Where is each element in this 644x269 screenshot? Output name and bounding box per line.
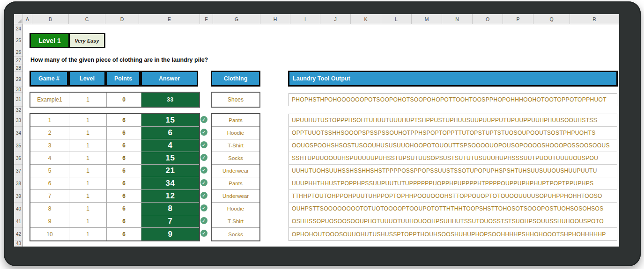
column-header-F[interactable]: F — [200, 14, 213, 24]
select-all-corner[interactable] — [14, 14, 23, 24]
row-header-27[interactable]: 27 — [14, 57, 22, 65]
output-cell[interactable]: OPHOHOUTOOOSOUUOHUTUSHUSSPTOPPTHOUHSOOSH… — [289, 228, 617, 240]
column-header-P[interactable]: P — [503, 14, 533, 24]
output-cell[interactable]: SSHTUPUUOOUUHSPUUUUUPUHSSTUPSUTUUSOPSUST… — [289, 152, 617, 165]
points-cell[interactable]: 6 — [107, 114, 141, 126]
level-cell[interactable]: 1 — [69, 228, 107, 240]
column-header-O[interactable]: O — [473, 14, 503, 24]
points-cell[interactable]: 6 — [107, 203, 141, 215]
row-header-43[interactable]: 43 — [14, 240, 22, 247]
level-cell[interactable]: 1 — [69, 190, 107, 202]
row-header-38[interactable]: 38 — [14, 177, 22, 190]
game-number-cell[interactable]: 3 — [30, 139, 69, 152]
row-header-35[interactable]: 35 — [14, 139, 22, 152]
column-header-B[interactable]: B — [32, 14, 69, 24]
points-cell[interactable]: 6 — [107, 139, 141, 152]
level-cell[interactable]: 1 — [69, 114, 107, 126]
column-header-N[interactable]: N — [442, 14, 473, 24]
game-number-cell[interactable]: 1 — [30, 114, 69, 126]
answer-cell[interactable]: 15 — [141, 114, 199, 126]
game-number-cell[interactable]: 4 — [30, 152, 69, 164]
column-header-I[interactable]: I — [290, 14, 320, 24]
row-header-39[interactable]: 39 — [14, 190, 22, 203]
points-cell[interactable]: 6 — [107, 215, 141, 227]
row-header-37[interactable]: 37 — [14, 165, 22, 177]
example-level-cell[interactable]: 1 — [69, 93, 107, 107]
clothing-cell[interactable]: Pants — [212, 114, 259, 127]
level-cell[interactable]: 1 — [69, 139, 107, 152]
level-cell[interactable]: 1 — [69, 215, 107, 227]
column-header-R[interactable]: R — [570, 14, 619, 24]
answer-cell[interactable]: 8 — [141, 203, 199, 215]
level-badge-label[interactable]: Level 1 — [31, 34, 68, 47]
column-header-L[interactable]: L — [381, 14, 412, 24]
row-header-34[interactable]: 34 — [14, 127, 22, 139]
points-cell[interactable]: 6 — [107, 228, 141, 240]
clothing-cell[interactable]: T-Shirt — [212, 139, 259, 152]
header-level[interactable]: Level — [68, 71, 106, 87]
answer-cell[interactable]: 12 — [141, 190, 199, 202]
row-header-26[interactable]: 26 — [14, 48, 22, 57]
header-laundry-output[interactable]: Laundry Tool Output — [288, 71, 618, 87]
question-text[interactable]: How many of the given piece of clothing … — [30, 57, 208, 63]
header-answer[interactable]: Answer — [141, 71, 198, 87]
row-header-41[interactable]: 41 — [14, 215, 22, 228]
level-cell[interactable]: 1 — [69, 203, 107, 215]
answer-cell[interactable]: 34 — [141, 177, 199, 189]
game-number-cell[interactable]: 10 — [30, 228, 69, 240]
clothing-cell[interactable]: Underwear — [212, 165, 259, 177]
game-number-cell[interactable]: 6 — [30, 177, 69, 189]
answer-cell[interactable]: 15 — [141, 152, 199, 164]
column-header-H[interactable]: H — [260, 14, 290, 24]
clothing-cell[interactable]: T-Shirt — [212, 215, 259, 228]
answer-cell[interactable]: 21 — [141, 165, 199, 177]
game-number-cell[interactable]: 2 — [30, 127, 69, 139]
column-header-J[interactable]: J — [320, 14, 351, 24]
game-number-cell[interactable]: 7 — [30, 190, 69, 202]
example-game-cell[interactable]: Example1 — [30, 93, 69, 107]
header-game[interactable]: Game # — [30, 71, 68, 87]
column-header-G[interactable]: G — [213, 14, 260, 24]
points-cell[interactable]: 6 — [107, 127, 141, 139]
row-header-33[interactable]: 33 — [14, 114, 22, 127]
column-header-E[interactable]: E — [139, 14, 200, 24]
output-cell[interactable]: OOUOSPOOHSHSOSTUSOOUHUSUSUUOHOOPOTOUOUTT… — [289, 139, 617, 152]
answer-cell[interactable]: 9 — [141, 228, 199, 240]
row-header-36[interactable]: 36 — [14, 152, 22, 165]
output-cell[interactable]: UPUUHUTUSTOPPPHSOHTUHUUTUUUHUPTSHPPUSTUP… — [289, 114, 617, 127]
clothing-cell[interactable]: Hoodie — [212, 127, 259, 139]
output-cell[interactable]: OPPTUUOTSSHHSOOOPSPSSPSSOUHOTPPHSPOPTOPP… — [289, 127, 617, 139]
row-header-24[interactable]: 24 — [14, 24, 22, 33]
example-output-cell[interactable]: PHOPHSTHPOHOOOOOOPOTSOOPOHOTSOOPOHOPOTTO… — [289, 93, 617, 106]
game-number-cell[interactable]: 8 — [30, 203, 69, 215]
output-cell[interactable]: UUHUTUOHSUUHSSHSSHHSHSTPPPPOSSPPOPSSUUST… — [289, 165, 617, 177]
level-cell[interactable]: 1 — [69, 127, 107, 139]
row-header-40[interactable]: 40 — [14, 203, 22, 215]
level-difficulty-label[interactable]: Very Easy — [70, 34, 104, 47]
level-badge[interactable]: Level 1 Very Easy — [30, 33, 105, 48]
column-header-D[interactable]: D — [105, 14, 139, 24]
example-points-cell[interactable]: 0 — [107, 93, 141, 107]
clothing-cell[interactable]: Pants — [212, 177, 259, 190]
clothing-cell[interactable]: Underwear — [212, 190, 259, 203]
output-cell[interactable]: TTHHPTOUTOHPPOHPUUTUHPPOPTOPHHPOOUOOOHST… — [289, 190, 617, 203]
level-cell[interactable]: 1 — [69, 152, 107, 164]
level-cell[interactable]: 1 — [69, 177, 107, 189]
answer-cell[interactable]: 6 — [141, 127, 199, 139]
row-header-30[interactable]: 30 — [14, 87, 22, 93]
output-cell[interactable]: OUHPSTTSOOOOOOOOTOTUOTOOOOPTOOUPOTOTTHTH… — [289, 203, 617, 215]
points-cell[interactable]: 6 — [107, 190, 141, 202]
clothing-cell[interactable]: Socks — [212, 152, 259, 165]
output-cell[interactable]: OSHHSSOPUOSOOSOOUPHOTUUUOTUUHOUOOHPSUHHU… — [289, 215, 617, 228]
output-cell[interactable]: UUUPHHTHHUSTPOPPHPSSUUPUUTUTUPPPPPPUOPPH… — [289, 177, 617, 190]
row-header-28[interactable]: 28 — [14, 65, 22, 72]
column-header-M[interactable]: M — [412, 14, 442, 24]
clothing-cell[interactable]: Hoodie — [212, 203, 259, 215]
header-points[interactable]: Points — [106, 71, 141, 87]
row-header-42[interactable]: 42 — [14, 228, 22, 240]
game-number-cell[interactable]: 9 — [30, 215, 69, 227]
column-header-C[interactable]: C — [69, 14, 105, 24]
answer-cell[interactable]: 4 — [141, 139, 199, 152]
points-cell[interactable]: 6 — [107, 165, 141, 177]
row-header-32[interactable]: 32 — [14, 107, 22, 114]
